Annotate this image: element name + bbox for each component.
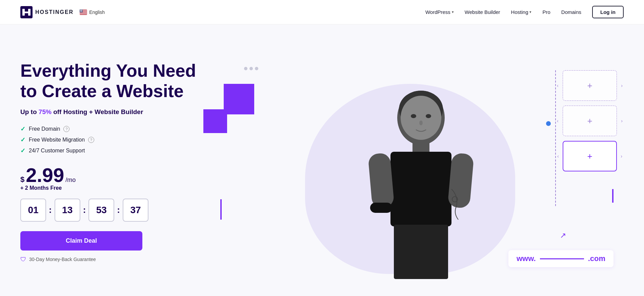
- countdown-minutes: 13: [55, 199, 80, 222]
- hero-person-image: [353, 84, 489, 281]
- svg-point-24: [81, 11, 82, 11]
- nav-item-wordpress[interactable]: WordPress ▾: [425, 9, 454, 15]
- pricing-block: $ 2.99 /mo + 2 Months Free: [20, 165, 197, 191]
- countdown-sep-3: :: [117, 205, 120, 215]
- nav-item-website-builder[interactable]: Website Builder: [465, 9, 500, 15]
- info-icon-domain[interactable]: ?: [63, 126, 69, 132]
- feature-item-migration: ✓ Free Website Migration ?: [20, 136, 197, 144]
- arrow-left-icon-3: ‹: [557, 153, 559, 159]
- hero-left: Everything You Need to Create a Website …: [20, 61, 197, 263]
- subtitle-highlight: 75%: [39, 108, 52, 115]
- arrow-right-icon-1: ›: [621, 83, 623, 88]
- svg-point-29: [82, 11, 82, 12]
- countdown-timer: 01 : 13 : 53 : 37: [20, 199, 197, 222]
- guarantee-row: 🛡 30-Day Money-Back Guarantee: [20, 256, 197, 263]
- purple-square-1: [224, 84, 254, 114]
- price-mo: /mo: [65, 177, 76, 184]
- svg-point-12: [80, 10, 80, 10]
- nav-item-hosting[interactable]: Hosting ▾: [511, 9, 532, 15]
- login-button[interactable]: Log in: [592, 6, 624, 18]
- countdown-sep-2: :: [83, 205, 86, 215]
- domain-www: www.: [517, 254, 536, 263]
- svg-point-21: [80, 11, 80, 11]
- domain-com: .com: [588, 254, 605, 263]
- nav-item-pro[interactable]: Pro: [542, 9, 550, 15]
- feature-item-domain: ✓ Free Domain ?: [20, 125, 197, 133]
- check-icon-support: ✓: [20, 147, 25, 154]
- svg-point-40: [419, 121, 423, 125]
- chevron-down-icon-hosting: ▾: [529, 10, 531, 14]
- price-extra: + 2 Months Free: [20, 185, 197, 191]
- hero-right: ‹ + › ‹ + › ‹ + › ↗ www. .com: [197, 43, 624, 281]
- price-amount: 2.99: [26, 165, 64, 185]
- cursor-icon: ↗: [560, 231, 566, 240]
- flag-icon: [80, 10, 87, 15]
- ui-card-3: ‹ + ›: [563, 141, 617, 171]
- purple-accent-line-1: [220, 199, 222, 220]
- svg-point-25: [82, 11, 82, 11]
- svg-point-22: [80, 11, 81, 11]
- check-icon-migration: ✓: [20, 136, 25, 144]
- browser-dots: [244, 67, 258, 70]
- ui-cards-area: ‹ + › ‹ + › ‹ + ›: [563, 70, 617, 171]
- svg-rect-3: [22, 12, 31, 13]
- countdown-seconds: 53: [88, 199, 114, 222]
- svg-point-20: [82, 10, 82, 11]
- svg-point-37: [401, 96, 441, 140]
- svg-point-39: [426, 114, 431, 118]
- nav-left: HOSTINGER: [20, 6, 105, 18]
- logo-text: HOSTINGER: [35, 9, 74, 15]
- arrow-left-icon-1: ‹: [557, 83, 559, 88]
- svg-point-18: [81, 10, 81, 11]
- purple-square-2: [203, 109, 227, 133]
- svg-point-23: [81, 11, 81, 11]
- svg-point-28: [81, 11, 82, 12]
- dot-1: [244, 67, 247, 70]
- dot-2: [249, 67, 253, 70]
- guarantee-text: 30-Day Money-Back Guarantee: [29, 257, 96, 262]
- arrow-right-icon-3: ›: [621, 153, 622, 159]
- shield-icon: 🛡: [20, 256, 26, 263]
- svg-point-17: [80, 10, 81, 11]
- person-silhouette-svg: [353, 84, 489, 281]
- blue-dot-accent: [546, 121, 551, 126]
- check-icon-domain: ✓: [20, 125, 25, 133]
- logo-icon: [20, 6, 33, 18]
- navbar: HOSTINGER: [0, 0, 644, 24]
- svg-rect-42: [370, 203, 392, 213]
- svg-point-14: [81, 10, 81, 10]
- purple-accent-line-2: [612, 189, 613, 203]
- claim-deal-button[interactable]: Claim Deal: [20, 231, 142, 251]
- hero-section: Everything You Need to Create a Website …: [0, 24, 644, 296]
- language-selector[interactable]: English: [80, 10, 105, 15]
- price-dollar: $: [20, 175, 24, 184]
- svg-point-13: [80, 10, 81, 10]
- arrow-right-icon-2: ›: [621, 118, 623, 124]
- svg-rect-32: [412, 140, 429, 153]
- subtitle-suffix: off Hosting + Website Builder: [52, 108, 143, 115]
- svg-rect-36: [394, 225, 448, 279]
- logo[interactable]: HOSTINGER: [20, 6, 74, 18]
- svg-rect-8: [80, 12, 87, 13]
- svg-point-19: [81, 10, 82, 11]
- domain-line: [540, 258, 584, 259]
- svg-point-26: [80, 11, 81, 12]
- nav-right: WordPress ▾ Website Builder Hosting ▾ Pr…: [425, 6, 624, 18]
- price-row: $ 2.99 /mo: [20, 165, 197, 185]
- nav-item-domains[interactable]: Domains: [561, 9, 581, 15]
- dashed-vertical-line: [555, 70, 556, 206]
- feature-item-support: ✓ 24/7 Customer Support: [20, 147, 197, 154]
- svg-rect-9: [80, 13, 87, 13]
- svg-point-15: [81, 10, 82, 10]
- dot-3: [255, 67, 258, 70]
- svg-rect-33: [390, 152, 451, 226]
- countdown-frames: 37: [123, 199, 148, 222]
- info-icon-migration[interactable]: ?: [88, 137, 94, 143]
- hero-subtitle: Up to 75% off Hosting + Website Builder: [20, 108, 197, 116]
- domain-bar: www. .com: [508, 250, 613, 267]
- subtitle-prefix: Up to: [20, 108, 39, 115]
- ui-card-1: ‹ + ›: [563, 70, 617, 101]
- countdown-hours: 01: [20, 199, 46, 222]
- svg-rect-10: [80, 14, 87, 14]
- svg-point-38: [411, 114, 416, 118]
